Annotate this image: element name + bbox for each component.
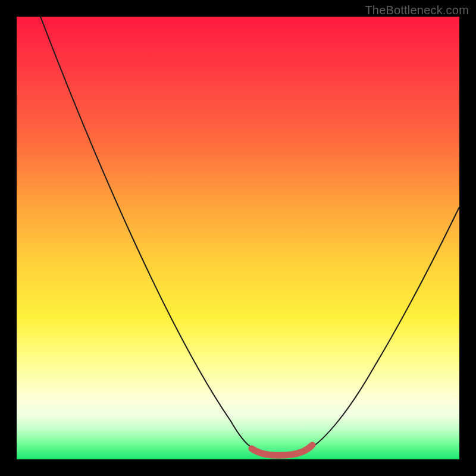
optimal-range-marker	[252, 445, 312, 455]
bottleneck-curve-path	[40, 17, 459, 455]
bottleneck-curve-svg	[17, 17, 459, 459]
watermark-text: TheBottleneck.com	[365, 4, 469, 17]
chart-plot-area	[17, 17, 459, 459]
